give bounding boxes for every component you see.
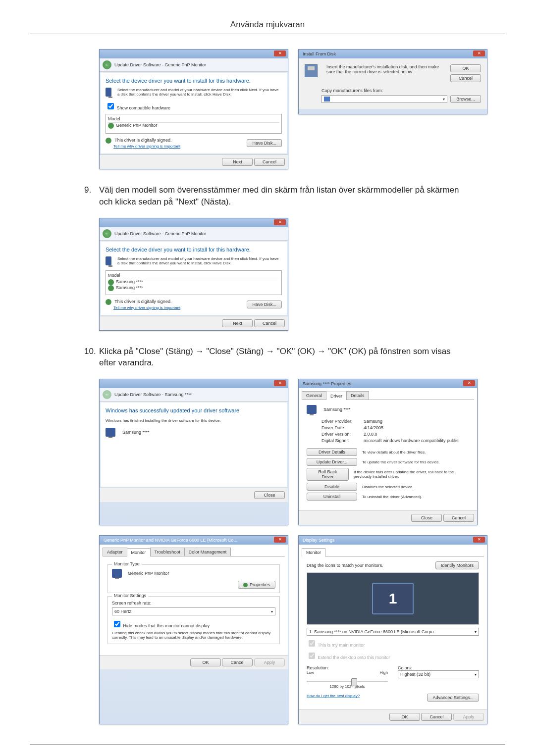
monitor-icon: [106, 256, 111, 265]
shield-icon: [108, 279, 114, 285]
have-disk-button[interactable]: Have Disk...: [247, 301, 282, 308]
close-button[interactable]: Close: [254, 491, 285, 499]
close-icon[interactable]: ✕: [274, 537, 286, 543]
back-icon[interactable]: ←: [103, 390, 111, 399]
dialog-title: Samsung **** Properties: [303, 381, 351, 386]
floppy-icon: [305, 64, 318, 77]
shield-icon: [106, 138, 111, 144]
titlebar: ✕: [100, 218, 288, 227]
signing-link[interactable]: Tell me why driver signing is important: [113, 305, 180, 310]
step-text: Klicka på "Close" (Stäng) → "Close" (Stä…: [99, 346, 461, 369]
close-icon[interactable]: ✕: [473, 537, 485, 543]
refresh-rate-select[interactable]: 60 Hertz: [112, 607, 275, 615]
colors-select[interactable]: Highest (32 bit): [398, 670, 479, 678]
close-icon[interactable]: ✕: [274, 50, 286, 56]
list-item[interactable]: Generic PnP Monitor: [108, 123, 279, 129]
provider-value: Samsung: [364, 419, 382, 424]
cancel-button[interactable]: Cancel: [254, 319, 285, 327]
model-list[interactable]: Model Generic PnP Monitor: [106, 114, 282, 134]
instruction-text: Insert the manufacturer's installation d…: [326, 64, 445, 82]
next-button[interactable]: Next: [222, 158, 253, 166]
list-item[interactable]: Samsung ****: [108, 279, 279, 285]
browse-button[interactable]: Browse...: [450, 95, 481, 103]
breadcrumb: Update Driver Software - Generic PnP Mon…: [114, 62, 206, 67]
properties-button[interactable]: Properties: [238, 581, 275, 589]
checkbox-label: Show compatible hardware: [117, 105, 171, 110]
back-icon[interactable]: ←: [103, 60, 111, 69]
monitor-settings-group: Monitor Settings Screen refresh rate: 60…: [107, 596, 280, 644]
tab-general[interactable]: General: [302, 391, 326, 400]
cancel-button[interactable]: Cancel: [222, 658, 253, 666]
resolution-slider[interactable]: [307, 681, 388, 682]
have-disk-button[interactable]: Have Disk...: [247, 139, 282, 147]
ok-button[interactable]: OK: [389, 713, 420, 721]
show-compatible-checkbox[interactable]: [107, 103, 114, 109]
hide-modes-checkbox[interactable]: [114, 621, 120, 627]
copy-label: Copy manufacturer's files from:: [321, 88, 481, 93]
cancel-button[interactable]: Cancel: [443, 514, 474, 522]
update-driver-button[interactable]: Update Driver...: [307, 458, 357, 466]
slider-low: Low: [307, 670, 314, 675]
path-select[interactable]: [321, 95, 447, 103]
signer-label: Digital Signer:: [321, 438, 364, 443]
tab-color[interactable]: Color Management: [184, 548, 231, 556]
main-monitor-checkbox: [309, 640, 315, 647]
close-icon[interactable]: ✕: [463, 380, 475, 386]
update-complete-dialog: ✕ ← Update Driver Software - Samsung ***…: [99, 379, 288, 525]
dialog-heading: Select the device driver you want to ins…: [106, 247, 282, 252]
disable-button[interactable]: Disable: [307, 483, 357, 491]
page-title: Använda mjukvaran: [30, 20, 505, 34]
display-select[interactable]: 1. Samsung **** on NVIDIA GeForce 6600 L…: [307, 628, 479, 636]
close-icon[interactable]: ✕: [274, 380, 286, 386]
advanced-button[interactable]: Advanced Settings...: [427, 694, 479, 702]
tab-details[interactable]: Details: [346, 391, 369, 400]
apply-button[interactable]: Apply: [254, 658, 285, 666]
tab-driver[interactable]: Driver: [326, 392, 347, 400]
button-desc: If the device fails after updating the d…: [354, 470, 469, 479]
titlebar: ✕: [100, 50, 288, 58]
uninstall-button[interactable]: Uninstall: [307, 493, 357, 501]
display-settings-dialog: Display Settings ✕ Monitor Drag the icon…: [298, 535, 487, 724]
tab-monitor[interactable]: Monitor: [302, 548, 325, 556]
date-label: Driver Date:: [321, 425, 364, 430]
driver-details-button[interactable]: Driver Details: [307, 448, 357, 456]
monitor-preview[interactable]: 1: [372, 583, 414, 614]
next-button[interactable]: Next: [222, 319, 253, 327]
rollback-button[interactable]: Roll Back Driver: [307, 468, 349, 481]
help-link[interactable]: How do I get the best display?: [307, 694, 360, 702]
ok-button[interactable]: OK: [450, 64, 481, 72]
close-button[interactable]: Close: [411, 514, 442, 522]
dialog-title: Generic PnP Monitor and NVIDIA GeForce 6…: [104, 538, 237, 543]
dialog-title: Display Settings: [303, 538, 335, 543]
step-number: 10.: [84, 346, 99, 369]
hide-desc: Clearing this check box allows you to se…: [112, 631, 275, 640]
identify-button[interactable]: Identify Monitors: [435, 561, 479, 569]
signed-text: This driver is digitally signed.: [114, 299, 171, 304]
tab-bar: General Driver Details: [302, 391, 474, 400]
model-list[interactable]: Model Samsung **** Samsung ****: [106, 270, 282, 295]
signer-value: microsoft windows hardware compatibility…: [364, 438, 460, 443]
cancel-button[interactable]: Cancel: [254, 158, 285, 166]
titlebar: Generic PnP Monitor and NVIDIA GeForce 6…: [100, 536, 288, 545]
shield-icon: [243, 583, 248, 587]
step-text: Välj den modell som överensstämmer med d…: [99, 184, 461, 208]
group-title: Monitor Type: [112, 561, 142, 566]
back-icon[interactable]: ←: [103, 229, 111, 238]
resolution-label: Resolution:: [307, 665, 388, 670]
button-desc: Disables the selected device.: [362, 485, 414, 489]
tab-adapter[interactable]: Adapter: [103, 548, 127, 556]
signing-link[interactable]: Tell me why driver signing is important: [113, 144, 180, 149]
close-icon[interactable]: ✕: [473, 50, 485, 56]
tab-monitor[interactable]: Monitor: [127, 548, 151, 556]
apply-button[interactable]: Apply: [453, 713, 484, 721]
list-item[interactable]: Samsung ****: [108, 285, 279, 291]
close-icon[interactable]: ✕: [274, 219, 286, 225]
cancel-button[interactable]: Cancel: [421, 713, 452, 721]
tab-troubleshoot[interactable]: Troubleshoot: [150, 548, 185, 556]
ok-button[interactable]: OK: [190, 658, 221, 666]
provider-label: Driver Provider:: [321, 419, 364, 424]
cancel-button[interactable]: Cancel: [450, 74, 481, 82]
resolution-value: 1280 by 1024 pixels: [307, 684, 388, 689]
properties-dialog: Samsung **** Properties ✕ General Driver…: [298, 379, 478, 525]
step-9: 9. Välj den modell som överensstämmer me…: [84, 184, 461, 208]
